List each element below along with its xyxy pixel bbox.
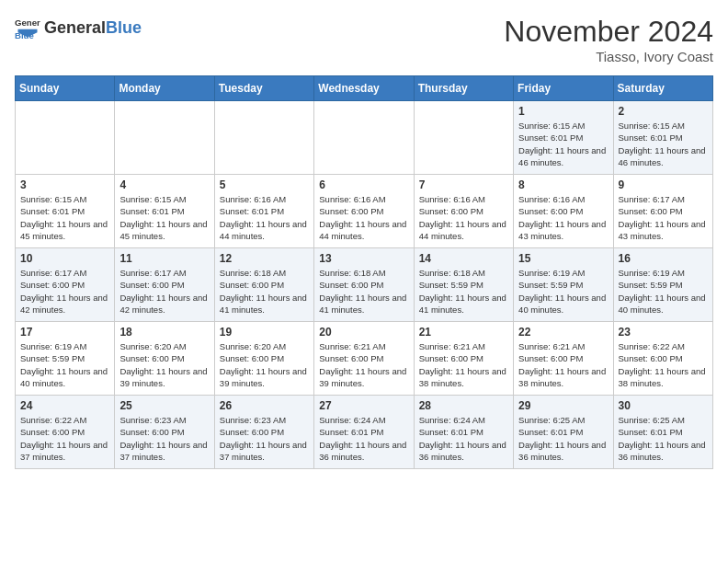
day-info: Sunrise: 6:21 AM Sunset: 6:00 PM Dayligh… bbox=[319, 340, 408, 389]
weekday-header-monday: Monday bbox=[115, 76, 214, 101]
calendar-cell: 10Sunrise: 6:17 AM Sunset: 6:00 PM Dayli… bbox=[16, 248, 115, 322]
calendar-cell: 20Sunrise: 6:21 AM Sunset: 6:00 PM Dayli… bbox=[314, 322, 414, 396]
day-info: Sunrise: 6:17 AM Sunset: 6:00 PM Dayligh… bbox=[619, 193, 708, 242]
weekday-header-wednesday: Wednesday bbox=[314, 76, 414, 101]
weekday-header-sunday: Sunday bbox=[16, 76, 115, 101]
logo-blue: Blue bbox=[106, 18, 142, 38]
day-info: Sunrise: 6:16 AM Sunset: 6:00 PM Dayligh… bbox=[518, 193, 608, 242]
calendar-cell: 24Sunrise: 6:22 AM Sunset: 6:00 PM Dayli… bbox=[16, 396, 115, 469]
day-number: 12 bbox=[220, 252, 309, 265]
calendar-cell: 16Sunrise: 6:19 AM Sunset: 5:59 PM Dayli… bbox=[613, 248, 712, 322]
calendar-cell: 12Sunrise: 6:18 AM Sunset: 6:00 PM Dayli… bbox=[214, 248, 313, 322]
weekday-header-thursday: Thursday bbox=[414, 76, 513, 101]
calendar-cell: 2Sunrise: 6:15 AM Sunset: 6:01 PM Daylig… bbox=[613, 101, 712, 175]
calendar-cell: 18Sunrise: 6:20 AM Sunset: 6:00 PM Dayli… bbox=[115, 322, 214, 396]
day-number: 8 bbox=[518, 178, 608, 191]
calendar-cell: 22Sunrise: 6:21 AM Sunset: 6:00 PM Dayli… bbox=[514, 322, 613, 396]
calendar-cell bbox=[16, 101, 115, 175]
day-info: Sunrise: 6:23 AM Sunset: 6:00 PM Dayligh… bbox=[119, 414, 209, 463]
day-info: Sunrise: 6:17 AM Sunset: 6:00 PM Dayligh… bbox=[119, 267, 209, 316]
calendar-cell: 27Sunrise: 6:24 AM Sunset: 6:01 PM Dayli… bbox=[314, 396, 414, 469]
calendar-cell: 25Sunrise: 6:23 AM Sunset: 6:00 PM Dayli… bbox=[115, 396, 214, 469]
calendar-body: 1Sunrise: 6:15 AM Sunset: 6:01 PM Daylig… bbox=[16, 101, 713, 469]
day-number: 29 bbox=[518, 399, 608, 412]
day-info: Sunrise: 6:20 AM Sunset: 6:00 PM Dayligh… bbox=[220, 340, 309, 389]
day-info: Sunrise: 6:18 AM Sunset: 6:00 PM Dayligh… bbox=[220, 267, 309, 316]
day-number: 19 bbox=[220, 326, 309, 339]
day-info: Sunrise: 6:24 AM Sunset: 6:01 PM Dayligh… bbox=[419, 414, 508, 463]
calendar-cell: 14Sunrise: 6:18 AM Sunset: 5:59 PM Dayli… bbox=[414, 248, 513, 322]
calendar-table: SundayMondayTuesdayWednesdayThursdayFrid… bbox=[15, 75, 713, 469]
day-number: 3 bbox=[20, 178, 109, 191]
calendar-week-5: 24Sunrise: 6:22 AM Sunset: 6:00 PM Dayli… bbox=[16, 396, 713, 469]
weekday-row: SundayMondayTuesdayWednesdayThursdayFrid… bbox=[16, 76, 713, 101]
day-number: 20 bbox=[319, 326, 408, 339]
day-info: Sunrise: 6:22 AM Sunset: 6:00 PM Dayligh… bbox=[20, 414, 109, 463]
day-number: 6 bbox=[319, 178, 408, 191]
calendar-cell bbox=[314, 101, 414, 175]
calendar-cell: 29Sunrise: 6:25 AM Sunset: 6:01 PM Dayli… bbox=[514, 396, 613, 469]
calendar-cell: 7Sunrise: 6:16 AM Sunset: 6:00 PM Daylig… bbox=[414, 175, 513, 248]
day-number: 14 bbox=[419, 252, 508, 265]
logo-icon: General Blue bbox=[15, 15, 40, 40]
day-number: 25 bbox=[119, 399, 209, 412]
day-number: 22 bbox=[518, 326, 608, 339]
calendar-cell: 21Sunrise: 6:21 AM Sunset: 6:00 PM Dayli… bbox=[414, 322, 513, 396]
day-number: 17 bbox=[20, 326, 109, 339]
calendar-cell: 6Sunrise: 6:16 AM Sunset: 6:00 PM Daylig… bbox=[314, 175, 414, 248]
day-number: 1 bbox=[518, 105, 608, 118]
weekday-header-saturday: Saturday bbox=[613, 76, 712, 101]
day-info: Sunrise: 6:21 AM Sunset: 6:00 PM Dayligh… bbox=[419, 340, 508, 389]
day-number: 7 bbox=[419, 178, 508, 191]
month-title: November 2024 bbox=[504, 15, 713, 49]
logo: General Blue General Blue bbox=[15, 15, 142, 40]
day-info: Sunrise: 6:19 AM Sunset: 5:59 PM Dayligh… bbox=[619, 267, 708, 316]
calendar-cell: 11Sunrise: 6:17 AM Sunset: 6:00 PM Dayli… bbox=[115, 248, 214, 322]
day-number: 30 bbox=[619, 399, 708, 412]
day-info: Sunrise: 6:21 AM Sunset: 6:00 PM Dayligh… bbox=[518, 340, 608, 389]
calendar-cell: 13Sunrise: 6:18 AM Sunset: 6:00 PM Dayli… bbox=[314, 248, 414, 322]
day-number: 27 bbox=[319, 399, 408, 412]
day-number: 4 bbox=[119, 178, 209, 191]
calendar-week-2: 3Sunrise: 6:15 AM Sunset: 6:01 PM Daylig… bbox=[16, 175, 713, 248]
day-info: Sunrise: 6:18 AM Sunset: 5:59 PM Dayligh… bbox=[419, 267, 508, 316]
day-info: Sunrise: 6:16 AM Sunset: 6:01 PM Dayligh… bbox=[220, 193, 309, 242]
day-number: 23 bbox=[619, 326, 708, 339]
day-number: 15 bbox=[518, 252, 608, 265]
day-info: Sunrise: 6:25 AM Sunset: 6:01 PM Dayligh… bbox=[518, 414, 608, 463]
calendar-cell: 4Sunrise: 6:15 AM Sunset: 6:01 PM Daylig… bbox=[115, 175, 214, 248]
calendar-cell: 5Sunrise: 6:16 AM Sunset: 6:01 PM Daylig… bbox=[214, 175, 313, 248]
calendar-week-4: 17Sunrise: 6:19 AM Sunset: 5:59 PM Dayli… bbox=[16, 322, 713, 396]
calendar-cell bbox=[115, 101, 214, 175]
day-info: Sunrise: 6:24 AM Sunset: 6:01 PM Dayligh… bbox=[319, 414, 408, 463]
day-info: Sunrise: 6:16 AM Sunset: 6:00 PM Dayligh… bbox=[419, 193, 508, 242]
day-number: 13 bbox=[319, 252, 408, 265]
day-info: Sunrise: 6:23 AM Sunset: 6:00 PM Dayligh… bbox=[220, 414, 309, 463]
calendar-header: SundayMondayTuesdayWednesdayThursdayFrid… bbox=[16, 76, 713, 101]
day-info: Sunrise: 6:15 AM Sunset: 6:01 PM Dayligh… bbox=[20, 193, 109, 242]
calendar-week-1: 1Sunrise: 6:15 AM Sunset: 6:01 PM Daylig… bbox=[16, 101, 713, 175]
day-info: Sunrise: 6:16 AM Sunset: 6:00 PM Dayligh… bbox=[319, 193, 408, 242]
page-header: General Blue General Blue November 2024 … bbox=[15, 15, 713, 64]
day-info: Sunrise: 6:25 AM Sunset: 6:01 PM Dayligh… bbox=[619, 414, 708, 463]
day-number: 26 bbox=[220, 399, 309, 412]
day-info: Sunrise: 6:22 AM Sunset: 6:00 PM Dayligh… bbox=[619, 340, 708, 389]
day-number: 5 bbox=[220, 178, 309, 191]
day-number: 28 bbox=[419, 399, 508, 412]
svg-text:General: General bbox=[15, 17, 40, 28]
day-info: Sunrise: 6:18 AM Sunset: 6:00 PM Dayligh… bbox=[319, 267, 408, 316]
day-number: 2 bbox=[619, 105, 708, 118]
day-info: Sunrise: 6:15 AM Sunset: 6:01 PM Dayligh… bbox=[119, 193, 209, 242]
day-number: 24 bbox=[20, 399, 109, 412]
day-number: 10 bbox=[20, 252, 109, 265]
calendar-cell: 1Sunrise: 6:15 AM Sunset: 6:01 PM Daylig… bbox=[514, 101, 613, 175]
calendar-cell: 17Sunrise: 6:19 AM Sunset: 5:59 PM Dayli… bbox=[16, 322, 115, 396]
day-number: 11 bbox=[119, 252, 209, 265]
calendar-cell: 9Sunrise: 6:17 AM Sunset: 6:00 PM Daylig… bbox=[613, 175, 712, 248]
calendar-cell: 8Sunrise: 6:16 AM Sunset: 6:00 PM Daylig… bbox=[514, 175, 613, 248]
calendar-cell: 26Sunrise: 6:23 AM Sunset: 6:00 PM Dayli… bbox=[214, 396, 313, 469]
day-info: Sunrise: 6:19 AM Sunset: 5:59 PM Dayligh… bbox=[20, 340, 109, 389]
calendar-cell bbox=[414, 101, 513, 175]
day-number: 21 bbox=[419, 326, 508, 339]
calendar-cell: 3Sunrise: 6:15 AM Sunset: 6:01 PM Daylig… bbox=[16, 175, 115, 248]
